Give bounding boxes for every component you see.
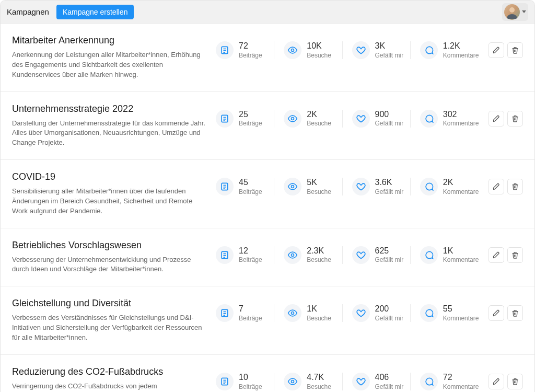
delete-button[interactable] — [507, 179, 523, 194]
campaign-info: Betriebliches Vorschlagswesen Verbesseru… — [12, 240, 205, 275]
stat-likes: 625 Gefällt mir — [342, 246, 410, 264]
stat-likes: 406 Gefällt mir — [342, 373, 410, 390]
stat-label: Beiträge — [239, 383, 262, 390]
delete-button[interactable] — [507, 42, 523, 58]
stat-label: Kommentare — [443, 188, 479, 195]
delete-button[interactable] — [507, 374, 523, 389]
stat-label: Kommentare — [443, 315, 479, 322]
row-actions — [489, 240, 523, 263]
eye-icon — [284, 373, 301, 390]
stat-posts: 45 Beiträge — [211, 178, 274, 195]
user-menu[interactable] — [502, 3, 528, 21]
comment-icon — [420, 41, 438, 59]
campaign-stats: 25 Beiträge 2K Besuche 900 Gefällt mir — [211, 103, 478, 128]
stat-likes: 3K Gefällt mir — [342, 41, 410, 59]
stat-label: Besuche — [307, 315, 331, 322]
campaign-info: Unternehmensstrategie 2022 Darstellung d… — [12, 103, 205, 148]
heart-icon — [352, 110, 370, 128]
stat-visits: 4.7K Besuche — [274, 373, 342, 390]
stat-label: Beiträge — [239, 52, 262, 59]
stat-value: 2.3K — [307, 246, 331, 256]
stat-value: 900 — [375, 110, 404, 119]
campaign-row: COVID-19 Sensibilisierung aller Mitarbei… — [1, 160, 534, 228]
stat-label: Gefällt mir — [375, 120, 404, 127]
stat-comments: 72 Kommentare — [410, 373, 478, 390]
campaign-desc: Anerkennung der Leistungen aller Mitarbe… — [12, 50, 205, 80]
campaign-row: Betriebliches Vorschlagswesen Verbesseru… — [1, 228, 534, 287]
stat-value: 2K — [443, 178, 479, 187]
heart-icon — [352, 373, 370, 390]
stat-label: Besuche — [307, 256, 331, 263]
edit-button[interactable] — [489, 305, 504, 321]
topbar: Kampagnen Kampagne erstellen — [1, 1, 534, 24]
stat-label: Gefällt mir — [375, 52, 404, 59]
campaign-info: Reduzierung des CO2-Fußabdrucks Verringe… — [12, 366, 205, 392]
document-icon — [216, 41, 234, 59]
edit-button[interactable] — [489, 247, 504, 263]
row-actions — [489, 366, 523, 389]
stat-posts: 10 Beiträge — [211, 373, 274, 390]
stat-comments: 2K Kommentare — [410, 178, 478, 195]
stat-label: Gefällt mir — [375, 188, 404, 195]
campaign-desc: Sensibilisierung aller Mitarbeiter*innen… — [12, 187, 205, 216]
campaign-row: Reduzierung des CO2-Fußabdrucks Verringe… — [1, 355, 534, 392]
delete-button[interactable] — [507, 247, 523, 263]
comment-icon — [420, 246, 438, 264]
row-actions — [489, 103, 523, 126]
heart-icon — [352, 304, 370, 322]
edit-button[interactable] — [489, 374, 504, 389]
stat-value: 4.7K — [307, 373, 331, 382]
delete-button[interactable] — [507, 305, 523, 321]
stat-value: 5K — [307, 178, 331, 187]
page-title: Kampagnen — [7, 7, 49, 16]
comment-icon — [420, 304, 438, 322]
edit-button[interactable] — [489, 179, 504, 194]
campaign-row: Mitarbeiter Anerkennung Anerkennung der … — [1, 24, 534, 92]
stat-comments: 1.2K Kommentare — [410, 41, 478, 59]
stat-value: 625 — [375, 246, 404, 256]
campaign-stats: 7 Beiträge 1K Besuche 200 Gefällt mir — [211, 298, 478, 322]
campaign-list: Mitarbeiter Anerkennung Anerkennung der … — [1, 24, 534, 392]
campaign-title: Gleichstellung und Diversität — [12, 298, 205, 309]
create-campaign-button[interactable]: Kampagne erstellen — [56, 5, 134, 19]
stat-label: Besuche — [307, 120, 331, 127]
stat-label: Kommentare — [443, 383, 479, 390]
stat-value: 10K — [307, 41, 331, 51]
stat-visits: 5K Besuche — [274, 178, 342, 195]
comment-icon — [420, 110, 438, 128]
edit-button[interactable] — [489, 111, 504, 126]
stat-value: 406 — [375, 373, 404, 382]
eye-icon — [284, 178, 301, 195]
stat-label: Gefällt mir — [375, 315, 404, 322]
campaign-title: Unternehmensstrategie 2022 — [12, 103, 205, 114]
campaign-stats: 72 Beiträge 10K Besuche 3K Gefällt mir — [211, 35, 478, 59]
chevron-down-icon — [522, 10, 526, 13]
stat-posts: 25 Beiträge — [211, 110, 274, 128]
edit-button[interactable] — [489, 42, 504, 58]
stat-label: Besuche — [307, 383, 331, 390]
row-actions — [489, 298, 523, 321]
stat-label: Kommentare — [443, 120, 479, 127]
stat-label: Beiträge — [239, 315, 262, 322]
stat-label: Besuche — [307, 188, 331, 195]
stat-value: 200 — [375, 304, 404, 314]
document-icon — [216, 110, 234, 128]
delete-button[interactable] — [507, 111, 523, 126]
stat-label: Beiträge — [239, 120, 262, 127]
stat-posts: 7 Beiträge — [211, 304, 274, 322]
document-icon — [216, 304, 234, 322]
stat-value: 55 — [443, 304, 479, 314]
campaign-stats: 12 Beiträge 2.3K Besuche 625 Gefällt mir — [211, 240, 478, 264]
campaign-row: Unternehmensstrategie 2022 Darstellung d… — [1, 92, 534, 160]
stat-likes: 200 Gefällt mir — [342, 304, 410, 322]
stat-label: Gefällt mir — [375, 383, 404, 390]
stat-comments: 1K Kommentare — [410, 246, 478, 264]
avatar — [504, 4, 520, 20]
campaign-title: Reduzierung des CO2-Fußabdrucks — [12, 366, 205, 377]
heart-icon — [352, 178, 370, 195]
stat-value: 302 — [443, 110, 479, 119]
stat-value: 7 — [239, 304, 262, 314]
campaign-row: Gleichstellung und Diversität Verbessern… — [1, 286, 534, 355]
campaign-stats: 10 Beiträge 4.7K Besuche 406 Gefällt mir — [211, 366, 478, 390]
heart-icon — [352, 41, 370, 59]
